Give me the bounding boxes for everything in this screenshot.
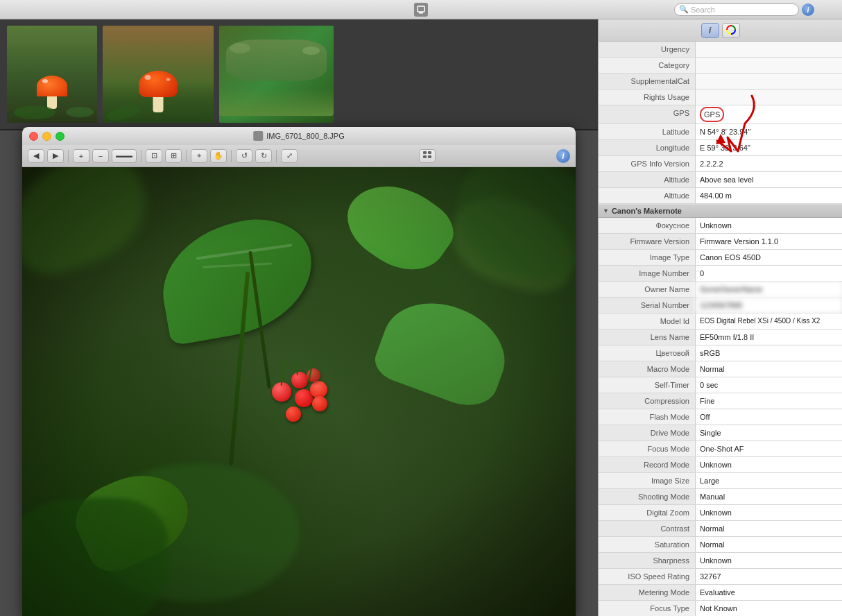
window-toolbar: ◀ ▶ + − ▬▬▬ ⊡: [22, 145, 576, 167]
toolbar-separator-1: [68, 150, 69, 162]
thumbnail-2[interactable]: [103, 26, 214, 123]
fit-icon: ⊡: [151, 151, 157, 160]
fullscreen-button[interactable]: ⤢: [281, 149, 298, 163]
meta-row-self-timer: Self-Timer 0 sec: [599, 377, 842, 393]
svg-rect-0: [418, 6, 424, 12]
meta-row-altitude-value: Altitude 484.00 m: [599, 188, 842, 204]
meta-label-image-size: Image Size: [599, 473, 696, 488]
meta-value-record-mode: Unknown: [696, 457, 842, 472]
metadata-container[interactable]: Urgency Category SupplementalCat Rights …: [599, 42, 842, 616]
rotate-right-button[interactable]: ↻: [255, 149, 272, 163]
meta-label-serial-number: Serial Number: [599, 298, 696, 313]
nav-forward-button[interactable]: ▶: [47, 149, 64, 163]
meta-label-latitude: Latitude: [599, 124, 696, 139]
nav-forward-icon: ▶: [53, 151, 58, 160]
meta-row-metering: Metering Mode Evaluative: [599, 585, 842, 601]
meta-label-supplementalcat: SupplementalCat: [599, 74, 696, 89]
left-panel: IMG_6701_800_8.JPG ◀ ▶ + − ▬▬: [0, 19, 598, 616]
top-info-button[interactable]: i: [802, 3, 814, 16]
meta-row-record-mode: Record Mode Unknown: [599, 457, 842, 473]
lasso-button[interactable]: ⌖: [191, 149, 207, 163]
rotate-left-button[interactable]: ↺: [236, 149, 252, 163]
meta-value-self-timer: 0 sec: [696, 377, 842, 393]
meta-value-supplementalcat: [696, 74, 842, 89]
window-title-text: IMG_6701_800_8.JPG: [266, 132, 345, 140]
meta-row-model-id: Model Id EOS Digital Rebel XSi / 450D / …: [599, 314, 842, 330]
photo-window: IMG_6701_800_8.JPG ◀ ▶ + − ▬▬: [22, 127, 576, 616]
search-box[interactable]: 🔍 Search: [674, 3, 799, 16]
meta-label-compression: Compression: [599, 393, 696, 409]
meta-label-saturation: Saturation: [599, 537, 696, 552]
nav-back-button[interactable]: ◀: [28, 149, 44, 163]
zoom-slider-button[interactable]: ▬▬▬: [112, 149, 137, 163]
hand-icon: ✋: [214, 151, 223, 160]
svg-rect-3: [428, 151, 431, 154]
meta-label-firmware: Firmware Version: [599, 234, 696, 249]
gps-highlight-badge: GPS: [700, 107, 724, 122]
window-title: IMG_6701_800_8.JPG: [253, 131, 345, 141]
hand-button[interactable]: ✋: [210, 149, 227, 163]
meta-label-color: Цветовой: [599, 345, 696, 361]
toolbar-separator-2: [141, 150, 141, 162]
search-area: 🔍 Search i: [674, 3, 814, 16]
meta-row-gps: GPS GPS: [599, 105, 842, 124]
meta-label-digital-zoom: Digital Zoom: [599, 505, 696, 520]
zoom-in-icon: +: [79, 152, 83, 160]
actual-size-button[interactable]: ⊞: [165, 149, 182, 163]
zoom-out-icon: −: [98, 152, 103, 160]
meta-row-latitude: Latitude N 54° 8' 23.94": [599, 124, 842, 140]
info-tab-button[interactable]: i: [701, 23, 719, 38]
meta-row-longitude: Longitude E 59° 32' 3.64": [599, 140, 842, 156]
meta-value-compression: Fine: [696, 393, 842, 409]
meta-label-gps-version: GPS Info Version: [599, 156, 696, 171]
meta-row-rights-usage: Rights Usage: [599, 89, 842, 105]
meta-value-fokus: Unknown: [696, 218, 842, 233]
zoom-out-button[interactable]: −: [92, 149, 109, 163]
meta-label-record-mode: Record Mode: [599, 457, 696, 472]
meta-row-category: Category: [599, 58, 842, 74]
meta-row-image-size: Image Size Large: [599, 473, 842, 489]
thumbnail-3[interactable]: [219, 26, 334, 123]
info-tab-icon: i: [709, 25, 712, 35]
meta-value-owner-name: SomeOwnerName: [696, 282, 842, 297]
thumbnail-strip: [0, 19, 598, 130]
minimize-button[interactable]: [42, 132, 51, 141]
fit-button[interactable]: ⊡: [146, 149, 162, 163]
info-toolbar: i: [599, 19, 842, 42]
thumbnail-1[interactable]: [7, 26, 97, 123]
meta-value-serial-number: 1234567890: [696, 298, 842, 313]
thumb1-mushroom: [37, 76, 67, 109]
color-tab-button[interactable]: [722, 23, 740, 38]
meta-label-gps: GPS: [599, 105, 696, 123]
meta-label-sharpness: Sharpness: [599, 553, 696, 568]
meta-value-drive-mode: Single: [696, 425, 842, 440]
meta-label-macro-mode: Macro Mode: [599, 361, 696, 377]
meta-value-altitude-label: Above sea level: [696, 172, 842, 187]
close-button[interactable]: [29, 132, 38, 141]
thumbnail-toggle[interactable]: [419, 149, 436, 163]
toolbar-separator-3: [186, 150, 187, 162]
maximize-button[interactable]: [55, 132, 65, 141]
meta-label-self-timer: Self-Timer: [599, 377, 696, 393]
info-button[interactable]: i: [556, 149, 570, 163]
meta-row-lens-name: Lens Name EF50mm f/1.8 II: [599, 330, 842, 345]
meta-value-macro-mode: Normal: [696, 361, 842, 377]
meta-value-lens-name: EF50mm f/1.8 II: [696, 330, 842, 345]
meta-label-shooting-mode: Shooting Mode: [599, 489, 696, 504]
meta-value-model-id: EOS Digital Rebel XSi / 450D / Kiss X2: [696, 314, 842, 329]
meta-label-focus-type: Focus Type: [599, 601, 696, 616]
meta-row-digital-zoom: Digital Zoom Unknown: [599, 505, 842, 521]
meta-row-fokus: Фокусное Unknown: [599, 218, 842, 234]
meta-row-firmware: Firmware Version Firmware Version 1.1.0: [599, 234, 842, 250]
meta-label-altitude-value: Altitude: [599, 188, 696, 203]
meta-label-drive-mode: Drive Mode: [599, 425, 696, 440]
meta-label-urgency: Urgency: [599, 42, 696, 57]
meta-value-latitude: N 54° 8' 23.94": [696, 124, 842, 139]
meta-label-focus-mode: Focus Mode: [599, 441, 696, 456]
zoom-in-button[interactable]: +: [73, 149, 89, 163]
meta-row-focus-type: Focus Type Not Known: [599, 601, 842, 616]
toolbar-separator-4: [231, 150, 232, 162]
meta-row-color: Цветовой sRGB: [599, 345, 842, 361]
lasso-icon: ⌖: [197, 151, 201, 160]
color-tab-icon: [725, 24, 737, 37]
